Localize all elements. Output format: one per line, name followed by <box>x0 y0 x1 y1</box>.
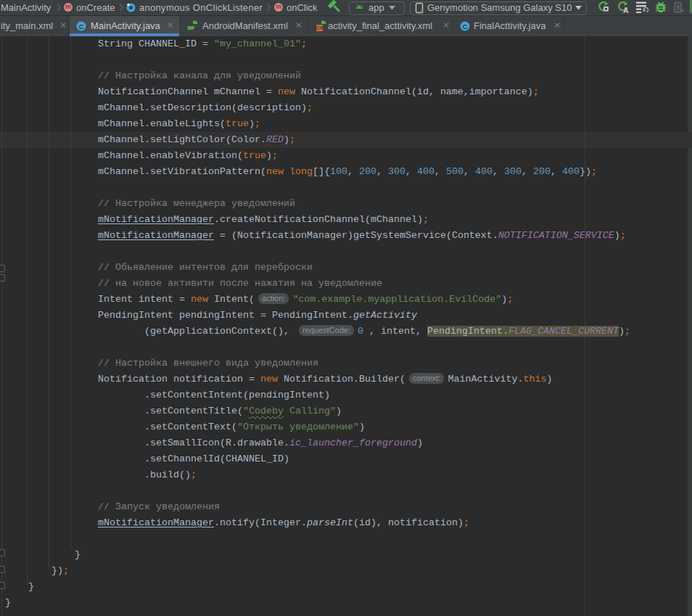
svg-text:A: A <box>623 6 629 14</box>
svg-text:C: C <box>79 23 84 30</box>
svg-text:C: C <box>463 23 468 30</box>
svg-text:MF: MF <box>187 25 195 30</box>
svg-text:CX: CX <box>316 25 324 30</box>
